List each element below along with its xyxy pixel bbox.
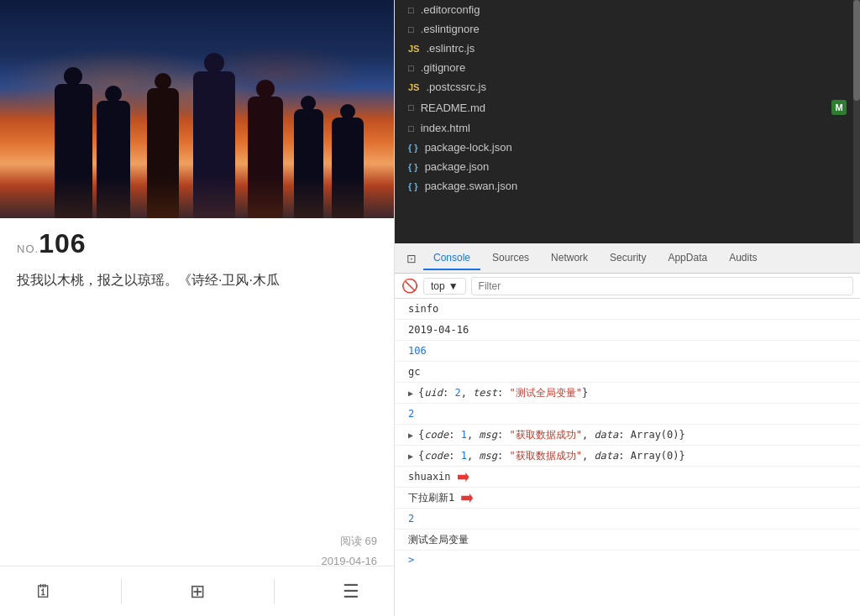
file-item-eslintignore[interactable]: □ .eslintignore (395, 19, 860, 39)
file-js-icon: JS (408, 44, 419, 54)
file-name: .postcssrc.js (426, 81, 486, 93)
console-line-obj1[interactable]: {uid: 2, test: "测试全局变量"} (395, 383, 860, 404)
file-item-postcssrc[interactable]: JS .postcssrc.js (395, 77, 860, 97)
file-doc-icon: □ (408, 102, 414, 112)
console-line-shuaxin: shuaxin (395, 467, 860, 488)
arrow-icon (461, 493, 473, 504)
file-name: .eslintignore (421, 23, 480, 35)
file-name: package.json (425, 160, 490, 173)
tab-label: Console (433, 252, 470, 264)
nav-separator-2 (274, 579, 275, 604)
file-name: package.swan.json (425, 180, 518, 192)
nav-list-icon[interactable]: ☰ (343, 581, 359, 603)
file-doc-icon: □ (408, 5, 414, 15)
file-name: .gitignore (421, 61, 465, 74)
article-no-label: NO.106 (0, 218, 394, 263)
console-line-106: 106 (395, 341, 860, 362)
bottom-navigation: 🗓 ⊞ ☰ (0, 566, 394, 616)
tab-appdata[interactable]: AppData (658, 247, 717, 270)
article-content: 投我以木桃，报之以琼瑶。《诗经·卫风·木瓜 (0, 263, 394, 308)
file-json-icon: { } (408, 162, 418, 172)
anime-banner (0, 0, 394, 218)
console-line-2b: 2 (395, 509, 860, 530)
clear-console-icon[interactable]: 🚫 (401, 278, 418, 294)
read-count: 阅读 69 (17, 531, 377, 551)
console-line-2a: 2 (395, 404, 860, 425)
file-js-icon: JS (408, 82, 419, 92)
console-output: sinfo 2019-04-16 106 gc {uid: 2, test: "… (395, 299, 860, 616)
console-line-obj3[interactable]: {code: 1, msg: "获取数据成功", data: Array(0)} (395, 446, 860, 467)
context-value: top (431, 280, 445, 292)
file-name: README.md (421, 102, 485, 114)
console-line-obj2[interactable]: {code: 1, msg: "获取数据成功", data: Array(0)} (395, 425, 860, 446)
scrollbar-track[interactable] (853, 0, 860, 243)
file-doc-icon: □ (408, 123, 414, 133)
tab-label: Audits (729, 252, 757, 264)
scrollbar-thumb[interactable] (853, 0, 860, 101)
article-body: 投我以木桃，报之以琼瑶。《诗经·卫风·木瓜 (17, 273, 280, 287)
file-name: .eslintrc.js (426, 42, 475, 55)
console-prompt[interactable]: > (395, 551, 860, 569)
console-line-globalvar: 测试全局变量 (395, 530, 860, 551)
file-name: package-lock.json (425, 141, 512, 154)
filter-input[interactable] (471, 277, 853, 295)
no-text: NO. (17, 243, 39, 255)
devtools-tab-bar: ⊡ Console Sources Network Security AppDa… (395, 243, 860, 274)
file-doc-icon: □ (408, 63, 414, 73)
tab-label: AppData (668, 252, 707, 264)
devtools-panel: □ .editorconfig □ .eslintignore JS .esli… (395, 0, 860, 616)
console-toolbar: 🚫 top ▼ (395, 274, 860, 299)
file-item-eslintrc[interactable]: JS .eslintrc.js (395, 39, 860, 58)
file-json-icon: { } (408, 181, 418, 191)
nav-separator-1 (121, 579, 122, 604)
tab-console[interactable]: Console (423, 247, 480, 270)
prompt-symbol: > (408, 554, 414, 566)
file-tree: □ .editorconfig □ .eslintignore JS .esli… (395, 0, 860, 243)
file-name: .editorconfig (421, 3, 480, 16)
console-line-sinfo: sinfo (395, 299, 860, 320)
file-json-icon: { } (408, 143, 418, 153)
context-selector[interactable]: top ▼ (423, 278, 466, 295)
file-badge-m: M (831, 100, 847, 115)
file-item-packageswan[interactable]: { } package.swan.json (395, 176, 860, 196)
tab-label: Network (551, 252, 588, 264)
mobile-app-panel: NO.106 投我以木桃，报之以琼瑶。《诗经·卫风·木瓜 阅读 69 2019-… (0, 0, 395, 616)
file-item-readme[interactable]: □ README.md M (395, 97, 860, 118)
console-line-gc: gc (395, 362, 860, 383)
inspect-icon[interactable]: ⊡ (401, 248, 422, 269)
console-line-pullrefresh: 下拉刷新1 (395, 488, 860, 509)
file-item-package[interactable]: { } package.json (395, 157, 860, 176)
file-doc-icon: □ (408, 24, 414, 34)
nav-home-icon[interactable]: 🗓 (34, 581, 53, 603)
tab-sources[interactable]: Sources (482, 247, 539, 270)
file-item-indexhtml[interactable]: □ index.html (395, 118, 860, 138)
arrow-icon (458, 472, 469, 483)
tab-security[interactable]: Security (600, 247, 656, 270)
file-item-editorconfig[interactable]: □ .editorconfig (395, 0, 860, 19)
tab-audits[interactable]: Audits (719, 247, 767, 270)
file-item-gitignore[interactable]: □ .gitignore (395, 58, 860, 77)
nav-grid-icon[interactable]: ⊞ (190, 581, 205, 603)
tab-label: Sources (492, 252, 529, 264)
tab-network[interactable]: Network (541, 247, 598, 270)
tab-label: Security (610, 252, 646, 264)
file-item-packagelock[interactable]: { } package-lock.json (395, 138, 860, 157)
no-number: 106 (39, 228, 86, 258)
console-line-date: 2019-04-16 (395, 320, 860, 341)
file-name: index.html (421, 122, 470, 134)
dropdown-arrow-icon: ▼ (448, 280, 459, 292)
